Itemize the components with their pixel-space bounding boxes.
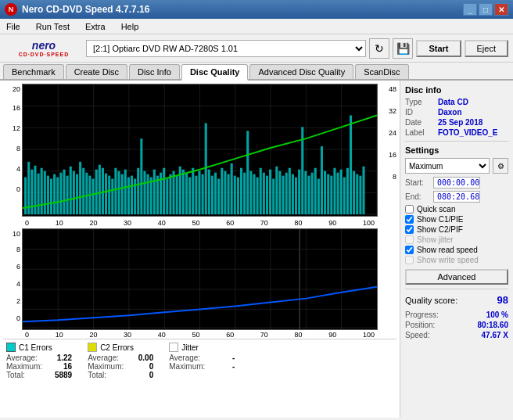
jitter-average-row: Average: - [169,354,235,362]
menu-run-test[interactable]: Run Test [33,20,73,33]
maximize-button[interactable]: □ [479,3,493,16]
svg-rect-77 [217,179,220,214]
show-read-speed-checkbox[interactable] [405,246,414,254]
svg-rect-113 [333,168,335,214]
eject-button[interactable]: Eject [465,40,508,57]
legend-c2: C2 Errors Average: 0.00 Maximum: 0 Total… [88,343,153,379]
svg-rect-43 [108,176,110,214]
svg-rect-107 [314,168,317,214]
top-x-axis: 0102030405060708090100 [3,219,396,227]
svg-rect-39 [95,170,98,214]
top-chart-svg [23,84,377,216]
c1-max-row: Maximum: 16 [6,362,72,371]
start-time-label: Start: [405,178,433,187]
svg-rect-102 [298,170,300,214]
show-c1-row[interactable]: Show C1/PIE [405,215,508,224]
svg-rect-79 [224,171,226,214]
svg-rect-46 [117,171,120,214]
divider-2 [405,289,508,289]
svg-rect-97 [282,176,285,214]
svg-rect-57 [153,170,156,214]
settings-icon-button[interactable]: ⚙ [493,158,508,174]
c1-color-box [6,343,16,352]
svg-rect-90 [260,168,262,214]
svg-rect-33 [76,174,78,214]
show-write-speed-row[interactable]: Show write speed [405,256,508,264]
quick-scan-checkbox[interactable] [405,205,414,214]
svg-rect-95 [275,167,278,214]
disc-label-value: FOTO_VIDEO_E [438,128,498,137]
show-write-speed-label: Show write speed [417,256,479,264]
svg-rect-27 [56,178,59,214]
svg-rect-55 [147,174,149,214]
svg-rect-111 [327,174,329,214]
svg-rect-53 [140,138,142,214]
c1-label: C1 Errors [19,343,52,352]
svg-rect-22 [41,168,43,214]
position-row: Position: 80:18.60 [405,321,508,329]
svg-rect-83 [237,178,239,214]
c1-average-val: 1.22 [48,354,72,362]
svg-rect-20 [34,166,36,214]
menu-extra[interactable]: Extra [82,20,109,33]
svg-rect-71 [198,171,200,214]
c2-max-row: Maximum: 0 [88,362,153,371]
tab-scan-disc[interactable]: ScanDisc [355,64,408,79]
svg-rect-45 [114,168,117,214]
refresh-icon[interactable]: ↻ [369,38,389,59]
c2-average-row: Average: 0.00 [88,354,153,362]
bottom-y-axis-left: 10 8 6 4 2 0 [3,228,22,330]
app-icon: N [5,3,17,16]
svg-rect-78 [221,168,223,214]
svg-rect-47 [121,174,124,214]
legend-c1: C1 Errors Average: 1.22 Maximum: 16 Tota… [6,343,72,379]
c2-max-label: Maximum: [88,362,124,371]
advanced-button[interactable]: Advanced [405,269,508,285]
show-jitter-row[interactable]: Show jitter [405,235,508,244]
show-c2-row[interactable]: Show C2/PIF [405,225,508,234]
settings-mode-select[interactable]: Maximum [405,158,490,174]
svg-rect-67 [185,173,188,214]
svg-rect-36 [85,173,88,214]
legend-jitter: Jitter Average: - Maximum: - [169,343,235,379]
quick-scan-row[interactable]: Quick scan [405,205,508,214]
svg-rect-35 [82,168,84,214]
speed-value: 47.67 X [482,331,508,339]
start-button[interactable]: Start [416,40,461,57]
svg-rect-54 [143,171,145,214]
save-icon[interactable]: 💾 [393,38,413,59]
c1-max-label: Maximum: [6,362,42,371]
show-read-speed-row[interactable]: Show read speed [405,246,508,254]
tab-disc-info[interactable]: Disc Info [129,64,180,79]
bottom-chart [22,228,378,330]
minimize-button[interactable]: _ [463,3,477,16]
right-panel: Disc info Type Data CD ID Daxon Date 25 … [400,81,513,418]
svg-rect-104 [304,171,307,214]
close-button[interactable]: ✕ [494,3,508,16]
svg-rect-115 [340,170,343,214]
menu-help[interactable]: Help [118,20,142,33]
show-write-speed-checkbox[interactable] [405,256,414,264]
window-controls[interactable]: _ □ ✕ [463,3,508,16]
tab-disc-quality[interactable]: Disc Quality [181,64,249,81]
disc-label-label: Label [405,128,438,137]
tab-advanced-disc-quality[interactable]: Advanced Disc Quality [249,64,353,79]
svg-rect-64 [176,176,178,214]
tab-benchmark[interactable]: Benchmark [3,64,64,79]
show-jitter-checkbox[interactable] [405,235,414,244]
svg-rect-28 [59,173,62,214]
show-c1-checkbox[interactable] [405,215,414,224]
drive-select[interactable]: [2:1] Optiarc DVD RW AD-7280S 1.01 [86,40,366,57]
top-chart [22,84,378,218]
svg-rect-74 [208,170,210,214]
svg-rect-68 [188,178,191,214]
c1-average-label: Average: [6,354,38,362]
svg-rect-82 [234,176,236,214]
show-c2-checkbox[interactable] [405,225,414,234]
quality-score-row: Quality score: 98 [405,294,508,306]
svg-rect-41 [102,168,104,214]
svg-rect-87 [249,171,252,214]
tab-create-disc[interactable]: Create Disc [66,64,127,79]
logo: nero CD·DVD·SPEED [5,37,83,60]
menu-file[interactable]: File [3,20,23,33]
